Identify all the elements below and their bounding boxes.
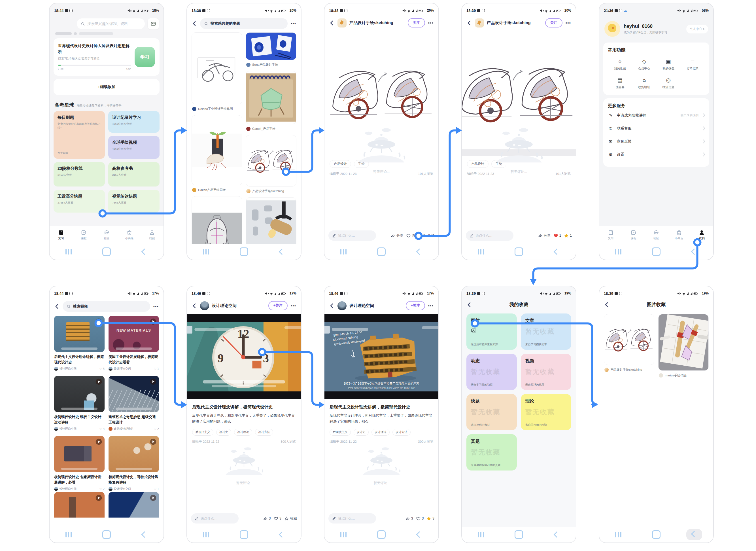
post-image-chair-sketch[interactable] (246, 71, 296, 124)
favorite-category-card[interactable]: 快题 暂无收藏 来自星球的素材 (467, 394, 517, 430)
back-icon[interactable] (329, 303, 334, 309)
tag[interactable]: 设计方法 (393, 429, 411, 436)
home-button[interactable] (637, 527, 675, 543)
favorite-category-card[interactable]: 文章 暂无收藏 来自学习圈的文章 (521, 314, 571, 350)
channel-name[interactable]: 建筑设计纪录片 (114, 427, 152, 431)
like-count[interactable]: ♡2 (154, 427, 159, 431)
video-player[interactable]: 12 9 3 (187, 314, 301, 399)
channel-name[interactable]: 设计理论空间 (59, 487, 98, 491)
follow-button[interactable]: 关注 (408, 18, 425, 27)
video-card[interactable]: 极简现代设计史，哥特式设计风格复兴讲解 设计理论空间 ♡1 (108, 436, 159, 492)
video-thumbnail[interactable] (108, 436, 159, 472)
channel-name[interactable]: 设计理论空间 (212, 303, 265, 309)
favorite-image-caption[interactable]: 产品设计手绘sketching (604, 368, 654, 372)
tag[interactable]: 设计方法 (255, 429, 273, 436)
video-thumbnail[interactable] (54, 376, 105, 412)
mail-button[interactable] (148, 18, 159, 29)
channel-name[interactable]: 产品设计手绘sketching (349, 20, 405, 25)
favorite-button[interactable]: 3 (427, 516, 435, 521)
recent-apps-button[interactable] (187, 527, 225, 543)
follow-button[interactable]: +关注 (406, 301, 425, 311)
service-row[interactable]: ✉ 意见反馈 (608, 135, 705, 148)
category-card[interactable]: 设计纪录片学习 4863位研友查看 (108, 111, 159, 133)
more-icon[interactable]: ⋯ (565, 20, 571, 26)
quick-action[interactable]: ▣ 我的钱包 (656, 59, 681, 71)
back-icon[interactable] (467, 302, 472, 308)
tag[interactable]: 设计理论 (371, 429, 390, 436)
channel-name[interactable]: 设计理论空间 (114, 487, 152, 491)
favorite-button[interactable]: 1 (564, 233, 572, 238)
home-button[interactable] (225, 244, 263, 259)
tab-item[interactable]: 小商店 (118, 226, 140, 244)
tag[interactable]: 后现代主义 (192, 429, 213, 436)
recent-apps-button[interactable] (599, 244, 637, 259)
recent-apps-button[interactable] (324, 244, 362, 259)
back-icon[interactable] (329, 20, 334, 26)
share-button[interactable]: 分享 (538, 233, 551, 238)
android-back-button[interactable] (125, 244, 163, 259)
comment-input[interactable]: 说点什么… (328, 230, 376, 240)
post-caption[interactable]: Delano工业设计手绘草图 (192, 107, 242, 111)
like-count[interactable]: ♡3 (99, 367, 105, 371)
post-image-car-sketch[interactable] (246, 135, 296, 186)
favorite-category-card[interactable]: 视频 暂无收藏 来自星球的视频 (521, 354, 571, 390)
category-card[interactable]: 全球手绘视频 4863位研友查看 (108, 136, 159, 159)
search-input[interactable]: 搜索感兴趣的主题 (200, 18, 287, 29)
like-button[interactable]: 3 (273, 516, 281, 521)
home-button[interactable] (637, 244, 675, 259)
post-caption[interactable]: Cancri_产品手绘 (246, 127, 296, 131)
post-image-spotlight[interactable] (246, 197, 296, 248)
like-button[interactable]: 喜欢 (406, 233, 419, 238)
home-button[interactable] (88, 527, 125, 543)
category-card[interactable]: 工设高分快题 27554人查看 (54, 190, 105, 212)
post-image-washing-machines[interactable] (246, 32, 296, 60)
video-thumbnail-partial[interactable] (108, 492, 159, 518)
favorite-category-card[interactable]: 图片 包含所有图库素材来源 (467, 314, 517, 350)
follow-button[interactable]: 关注 (545, 18, 563, 27)
video-title[interactable]: 极简现代设计史-现代主义设计运动讲解 (54, 414, 105, 425)
like-count[interactable]: ♡3 (99, 427, 105, 431)
tab-item[interactable]: 复习 (50, 226, 72, 244)
favorite-category-card[interactable]: 理论 暂无收藏 来自学习圈的理论 (521, 394, 571, 430)
post-caption[interactable]: Hakan产品手绘思考 (192, 188, 242, 192)
recent-apps-button[interactable] (462, 527, 500, 543)
category-card[interactable]: 每日刷题 免费的海量理论真题题库等你来练习啦~ 暂无刷题 (54, 111, 105, 159)
android-back-button[interactable] (675, 527, 713, 543)
home-button[interactable] (225, 527, 263, 543)
add-more-button[interactable]: +继续添加 (54, 79, 159, 95)
recent-apps-button[interactable] (324, 527, 362, 543)
channel-name[interactable]: 设计理论空间 (59, 367, 98, 371)
tab-item[interactable]: 社区 (645, 226, 668, 244)
home-button[interactable] (500, 244, 538, 259)
favorite-image-caption[interactable]: marius手绘作品 (659, 373, 708, 378)
android-back-button[interactable] (538, 244, 576, 259)
favorite-button[interactable]: 收藏 (284, 516, 297, 521)
channel-avatar[interactable] (475, 18, 484, 27)
video-card[interactable]: NEW MATERIALS 美国工业设计发展讲解，极简现代设计史看看 设计理论空… (108, 316, 159, 372)
personal-center-button[interactable]: 个人中心 > (686, 25, 708, 33)
recent-apps-button[interactable] (50, 244, 88, 259)
tag[interactable]: 设计理论 (234, 429, 252, 436)
back-icon[interactable] (54, 304, 60, 309)
channel-avatar[interactable] (200, 301, 209, 311)
post-image-motorcycle-sketch[interactable] (191, 32, 242, 104)
category-card[interactable]: 23院校分数线 2453人查看 (54, 162, 105, 186)
channel-avatar[interactable] (337, 18, 346, 27)
android-back-button[interactable] (263, 244, 301, 259)
video-card[interactable]: 极简现代设计史-现代主义设计运动讲解 设计理论空间 ♡3 (54, 376, 105, 432)
like-button[interactable]: 1 (553, 233, 561, 238)
video-title[interactable]: 极简现代设计史-包豪斯设计发展讲解，必看 (54, 475, 105, 485)
search-input[interactable]: 搜索感兴趣的课程、资料 (77, 18, 145, 29)
channel-name[interactable]: 设计理论空间 (114, 367, 152, 371)
user-avatar[interactable] (604, 21, 620, 37)
video-title[interactable]: 极简现代设计史，哥特式设计风格复兴讲解 (108, 475, 159, 485)
more-icon[interactable]: ⋯ (290, 303, 296, 309)
follow-button[interactable]: +关注 (268, 301, 287, 311)
tab-item[interactable]: 课程 (622, 226, 645, 244)
home-button[interactable] (362, 244, 401, 259)
favorite-image-marker-sketch[interactable] (658, 314, 709, 371)
back-icon[interactable] (191, 21, 197, 26)
like-count[interactable]: ♡1 (154, 367, 159, 371)
like-count[interactable]: ♡1 (154, 488, 159, 491)
more-icon[interactable]: ⋯ (153, 303, 159, 310)
